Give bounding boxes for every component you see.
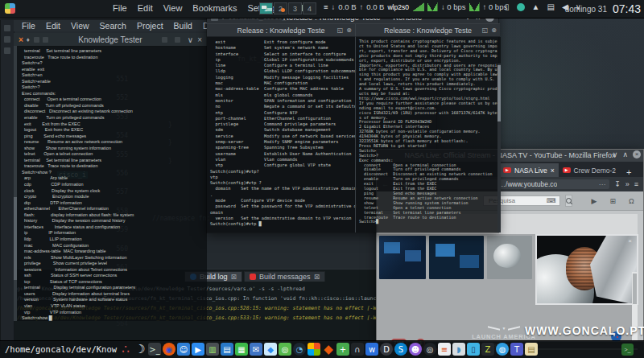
tab-close-icon[interactable]: × [551, 167, 555, 175]
notes-icon[interactable]: ≡ [324, 2, 328, 11]
teams-icon[interactable]: T [510, 343, 523, 356]
writer-doc-icon[interactable]: ▤ [221, 343, 233, 356]
headphones-icon[interactable]: ∩ [351, 343, 364, 356]
upload-video-icon[interactable]: ▶ [592, 197, 597, 205]
camera-icon[interactable]: ◎ [279, 343, 291, 356]
date-text: domingo 31 [565, 5, 607, 14]
night-mode-moon-icon[interactable]: ☽ [134, 343, 147, 356]
pane-close-icon[interactable]: ⊗ [346, 27, 352, 34]
globe-icon[interactable]: ◔ [293, 343, 306, 356]
menu-item[interactable]: Edit [138, 3, 153, 13]
terminal-icon[interactable]: >_ [148, 343, 161, 356]
color-dots-icon[interactable]: ∴ [119, 343, 132, 356]
overflow-icon[interactable]: » [625, 180, 630, 188]
wifi-icon[interactable]: ▲ [532, 2, 540, 11]
wave-icon[interactable]: w [365, 343, 378, 356]
taskbar-path-text[interactable]: /home/goncalo/dev/Know [5, 344, 117, 354]
new-tab-button[interactable]: + [626, 167, 631, 177]
pager-cell[interactable]: 1 [259, 2, 273, 14]
cube-3d-icon[interactable]: ◆ [264, 343, 277, 356]
contacts-card-icon[interactable]: ≡ [438, 343, 451, 356]
firefox-icon[interactable]: ◉ [163, 343, 175, 356]
terminal-line: flash: display information about flash: … [22, 212, 135, 219]
archive-cabinet-icon[interactable]: ▥ [206, 343, 219, 356]
terminal-line: logout Exit from the EXEC [22, 127, 135, 134]
expand-icon[interactable]: ◱ [337, 27, 344, 34]
discord-icon[interactable]: D [380, 343, 393, 356]
spacecraft-foil-image [590, 234, 638, 305]
terminal-line: Switch(config)#vtp █ [210, 221, 355, 227]
close-icon[interactable]: ⊠ [314, 273, 320, 281]
ms-office-icon[interactable] [308, 343, 320, 356]
pager-cell[interactable]: 3 [288, 2, 302, 14]
terminal-pane-version[interactable]: This product contains cryptographic feat… [355, 37, 501, 232]
tab-crew-demo[interactable]: ▶ Crew Demo-2 [559, 163, 620, 177]
shark-icon[interactable]: ◗ [452, 343, 465, 356]
shield-icon[interactable]: + [336, 343, 349, 356]
terminal-line: Switch>en [22, 72, 135, 79]
net-rx-label: ↓ 0 bps [441, 2, 466, 11]
clock-widget[interactable]: domingo 31 07:43 [565, 0, 641, 18]
net-graph [427, 2, 438, 11]
background-terminal-icon[interactable]: >_ [621, 344, 634, 356]
terminal-line: Switch>? [22, 84, 135, 91]
expand-icon[interactable]: ◱ [482, 27, 489, 34]
diamond-icon[interactable]: ◆ [322, 343, 335, 356]
pane-title: Release : Knowledge Teste [384, 27, 472, 35]
media-player-icon[interactable]: ▶ [192, 343, 204, 356]
up-arrow-icon: ↑ [359, 2, 363, 11]
page-actions-icon[interactable]: ⋯ [599, 180, 606, 188]
notifications-bell-icon[interactable]: Ω [629, 197, 634, 205]
terminal-line: . [210, 192, 355, 198]
menu-item[interactable]: View [163, 3, 183, 13]
status-circle-icon[interactable] [517, 3, 525, 11]
terminal-line: ip Global IP configuration subcommands [210, 57, 355, 63]
zip-icon[interactable]: Z [481, 343, 494, 356]
clipboard-icon[interactable]: ▤ [547, 2, 555, 11]
search-button[interactable] [565, 195, 572, 207]
close-icon[interactable]: × [633, 150, 641, 158]
pane-header-right[interactable]: Release : Knowledge Teste ◱ ⊗ [355, 23, 500, 37]
app-launcher-icon[interactable] [5, 3, 15, 14]
video-player[interactable]: × [535, 234, 638, 305]
hamburger-menu-icon[interactable]: ≡ [634, 180, 638, 188]
close-icon[interactable]: ⊠ [231, 273, 237, 281]
file-manager-icon[interactable]: ☺ [177, 343, 190, 356]
terminal-line: omain [210, 210, 355, 216]
save-page-icon[interactable]: ↧ [614, 180, 621, 188]
spreadsheet-icon[interactable]: ▦ [235, 343, 248, 356]
terminal-scrollbar[interactable] [497, 64, 501, 232]
mail-stamp-icon[interactable]: ✉ [250, 343, 262, 356]
tab-nasa-live[interactable]: ▶ NASA Live × [499, 163, 559, 177]
terminal-scrollbar[interactable] [14, 46, 17, 321]
obs-icon[interactable]: ◎ [423, 343, 436, 356]
torrent-icon[interactable]: ◍ [496, 343, 509, 356]
build-tab[interactable]: Build messages ⊠ [244, 271, 325, 282]
pane-close-icon[interactable]: ⊗ [491, 27, 497, 34]
menu-item[interactable]: Bookmarks [192, 3, 237, 13]
notes-icon[interactable]: ▤ [525, 343, 538, 356]
embedded-terminal[interactable]: terminal Set terminal line parameters tr… [14, 46, 207, 321]
trash-icon[interactable]: ▯ [505, 2, 510, 11]
terminal-pane-config[interactable]: exit Exit from configure mode hostname S… [207, 37, 355, 232]
maximize-icon[interactable]: ∧ [622, 150, 628, 158]
desktop: 551 552 553 554 555 556 557 558 559 560 … [0, 0, 644, 358]
minimize-icon[interactable]: ∨ [613, 150, 618, 158]
keyboard-icon[interactable]: ⌨ [547, 197, 556, 204]
stream-thumbnail[interactable] [379, 236, 426, 279]
menu-item[interactable]: File [113, 3, 127, 13]
terminal-output: terminal Set terminal line parameters tr… [22, 48, 135, 322]
chat-face-icon[interactable]: ☻ [409, 343, 422, 356]
stream-thumbnail[interactable] [487, 236, 532, 279]
skype-icon[interactable]: S [394, 343, 407, 356]
stream-thumbnail[interactable] [429, 236, 484, 279]
pager-cell[interactable]: 4 [303, 2, 316, 14]
terminal-line: mode Configure VTP device mode [210, 198, 355, 204]
interface-name: wlp2s0 [387, 3, 408, 11]
network-monitor-widget: ≡ ↓ 0.0 B ↑ 0.0 B wlp2s0 ↓ 0 bps ↑ 0 bps [324, 2, 507, 11]
pane-header-left[interactable]: Release : Knowledge Teste ◱ ⊗ [207, 23, 355, 37]
pager-cell[interactable]: 2 [274, 2, 287, 14]
apps-grid-icon[interactable]: ⊞ [609, 197, 616, 205]
gameboy-icon[interactable]: ▯ [467, 343, 480, 356]
terminal-line: port-channel EtherChannel configuration [210, 116, 355, 121]
